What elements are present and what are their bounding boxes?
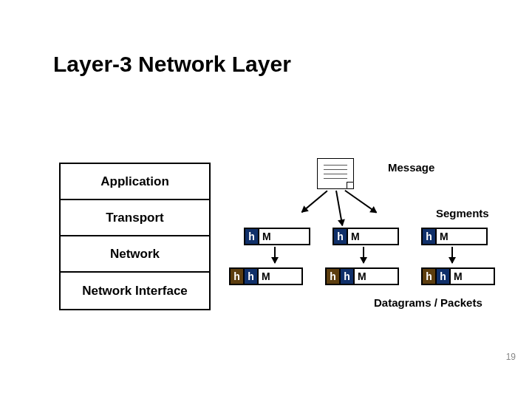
segment-1: h M	[244, 228, 310, 245]
datagrams-label: Datagrams / Packets	[374, 296, 482, 309]
transport-header: h	[245, 229, 259, 244]
arrow-icon	[335, 191, 343, 226]
transport-header: h	[334, 229, 348, 244]
message-doc-icon	[317, 158, 354, 189]
segment-body: M	[259, 229, 309, 244]
segment-body: M	[437, 229, 486, 244]
message-label: Message	[388, 161, 434, 174]
segment-3: h M	[421, 228, 488, 245]
transport-header: h	[423, 229, 437, 244]
datagram-body: M	[451, 269, 494, 284]
network-header: h	[327, 269, 341, 284]
datagram-body: M	[259, 269, 301, 284]
network-header: h	[231, 269, 245, 284]
datagram-3: h h M	[421, 267, 495, 285]
page-title: Layer-3 Network Layer	[53, 52, 291, 77]
transport-header: h	[341, 269, 355, 284]
arrow-icon	[274, 247, 276, 263]
layer-transport: Transport	[61, 200, 209, 236]
transport-header: h	[437, 269, 451, 284]
datagram-body: M	[355, 269, 398, 284]
transport-header: h	[245, 269, 259, 284]
network-header: h	[423, 269, 437, 284]
datagram-2: h h M	[325, 267, 399, 285]
segment-2: h M	[332, 228, 399, 245]
segment-body: M	[348, 229, 398, 244]
arrow-icon	[301, 190, 327, 212]
arrow-icon	[344, 190, 376, 213]
slide-number: 19	[506, 352, 516, 362]
layer-application: Application	[61, 164, 209, 200]
arrow-icon	[363, 247, 364, 263]
arrow-icon	[451, 247, 453, 263]
layer-interface: Network Interface	[61, 273, 209, 309]
segments-label: Segments	[436, 207, 489, 219]
layer-network: Network	[61, 236, 209, 273]
layer-stack: Application Transport Network Network In…	[59, 163, 211, 310]
datagram-1: h h M	[229, 267, 303, 285]
